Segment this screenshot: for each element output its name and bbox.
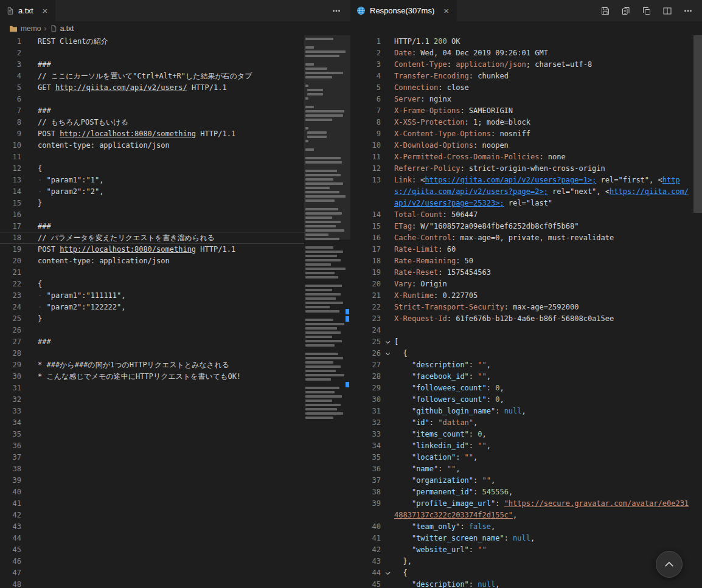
code-line[interactable]: 42 "website_url": "" — [350, 544, 702, 556]
code-line[interactable]: 2 — [0, 47, 304, 59]
code-line[interactable]: 24 — [350, 325, 702, 336]
tab-a-txt[interactable]: a.txt × — [0, 0, 55, 21]
link[interactable]: http://qiita.com/api/v2/users/ — [55, 83, 187, 92]
breadcrumb-folder[interactable]: memo — [21, 24, 41, 33]
code-line[interactable]: 27 "description": "", — [350, 359, 702, 371]
code-line[interactable]: 32 "id": "dattan", — [350, 417, 702, 429]
code-line[interactable]: 29 "followees_count": 0, — [350, 382, 702, 394]
code-line[interactable]: 45 — [0, 544, 304, 556]
code-line[interactable]: 14Total-Count: 506447 — [350, 209, 702, 221]
code-line[interactable]: 17### — [0, 221, 304, 232]
code-line[interactable]: 6 — [0, 94, 304, 105]
code-line[interactable]: 4Transfer-Encoding: chunked — [350, 71, 702, 82]
save-response-icon[interactable] — [599, 4, 612, 18]
link[interactable]: http://localhost:8080/something — [60, 245, 196, 254]
code-line[interactable]: 3### — [0, 59, 304, 71]
code-line[interactable]: 39 "profile_image_url": "https://secure.… — [350, 498, 702, 521]
code-line[interactable]: 22{ — [0, 278, 304, 290]
code-line[interactable]: 41 — [0, 498, 304, 510]
code-line[interactable]: 36 "name": "", — [350, 463, 702, 475]
code-line[interactable]: 19POST http://localhost:8080/something H… — [0, 244, 304, 255]
code-line[interactable]: 24· "param2":"122222", — [0, 302, 304, 313]
code-line[interactable]: 18// パラメータを変えたリクエストを書き溜められる — [0, 232, 304, 244]
fold-chevron-icon[interactable] — [381, 567, 394, 579]
code-line[interactable]: 6Server: nginx — [350, 94, 702, 105]
code-line[interactable]: 31 "github_login_name": null, — [350, 406, 702, 417]
close-tab-icon[interactable]: × — [442, 5, 451, 16]
code-line[interactable]: 23X-Request-Id: 61fe676b-b12b-4a6e-b86f-… — [350, 313, 702, 325]
link[interactable]: http://localhost:8080/something — [60, 130, 196, 138]
code-line[interactable]: 25} — [0, 313, 304, 325]
code-line[interactable]: 15} — [0, 198, 304, 209]
code-line[interactable]: 12{ — [0, 163, 304, 175]
code-line[interactable]: 37 "organization": "", — [350, 475, 702, 486]
code-line[interactable]: 13· "param1":"1", — [0, 175, 304, 186]
split-editor-icon[interactable] — [661, 4, 674, 18]
scrollbar[interactable] — [693, 35, 702, 588]
code-line[interactable]: 37 — [0, 452, 304, 463]
code-line[interactable]: 23· "param1":"111111", — [0, 290, 304, 302]
code-line[interactable]: 8// もちろんPOSTもいける — [0, 117, 304, 128]
code-line[interactable]: 33 "items_count": 0, — [350, 429, 702, 440]
code-line[interactable]: 5GET http://qiita.com/api/v2/users/ HTTP… — [0, 82, 304, 94]
code-line[interactable]: 15ETag: W/"1608572a09e84fbef6252db8cf0f5… — [350, 221, 702, 232]
code-line[interactable]: 28 "facebook_id": "", — [350, 371, 702, 382]
code-line[interactable]: 9POST http://localhost:8080/something HT… — [0, 128, 304, 140]
code-line[interactable]: 3Content-Type: application/json; charset… — [350, 59, 702, 71]
code-line[interactable]: 28 — [0, 348, 304, 359]
code-line[interactable]: 44 { — [350, 567, 702, 579]
left-editor[interactable]: 1REST Clientの紹介23###4// ここにカーソルを置いて"Ctrl… — [0, 35, 350, 588]
code-line[interactable]: 14· "param2":"2", — [0, 186, 304, 198]
code-line[interactable]: 20Vary: Origin — [350, 278, 702, 290]
code-line[interactable]: 18Rate-Remaining: 50 — [350, 255, 702, 267]
code-line[interactable]: 35 "location": "", — [350, 452, 702, 463]
code-line[interactable]: 40 — [0, 486, 304, 498]
code-line[interactable]: 26 — [0, 325, 304, 336]
code-line[interactable]: 41 "twitter_screen_name": null, — [350, 533, 702, 544]
code-line[interactable]: 9X-Content-Type-Options: nosniff — [350, 128, 702, 140]
code-line[interactable]: 13Link: <https://qiita.com/api/v2/users?… — [350, 175, 702, 209]
code-line[interactable]: 10content-type: application/json — [0, 140, 304, 151]
code-line[interactable]: 11X-Permitted-Cross-Domain-Policies: non… — [350, 151, 702, 163]
code-line[interactable]: 7X-Frame-Options: SAMEORIGIN — [350, 105, 702, 117]
code-line[interactable]: 46 — [0, 556, 304, 567]
copy-response-body-icon[interactable] — [640, 4, 653, 18]
fold-chevron-icon[interactable] — [381, 336, 394, 348]
response-editor[interactable]: 1HTTP/1.1 200 OK2Date: Wed, 04 Dec 2019 … — [350, 35, 702, 588]
code-line[interactable]: 29* ###から###の間が1つのHTTPリクエストとみなされる — [0, 359, 304, 371]
code-line[interactable]: 1HTTP/1.1 200 OK — [350, 36, 702, 47]
breadcrumb-file[interactable]: a.txt — [60, 24, 74, 33]
tab-response[interactable]: Response(307ms) × — [350, 0, 457, 21]
code-line[interactable]: 1REST Clientの紹介 — [0, 36, 304, 47]
code-line[interactable]: 43 }, — [350, 556, 702, 567]
code-line[interactable]: 42 — [0, 510, 304, 521]
code-line[interactable]: 21X-Runtime: 0.227705 — [350, 290, 702, 302]
code-line[interactable]: 27### — [0, 336, 304, 348]
save-response-body-icon[interactable] — [619, 4, 633, 18]
code-line[interactable]: 32 — [0, 394, 304, 406]
code-line[interactable]: 17Rate-Limit: 60 — [350, 244, 702, 255]
code-line[interactable]: 38 — [0, 463, 304, 475]
code-line[interactable]: 16 — [0, 209, 304, 221]
code-line[interactable]: 30 "followers_count": 0, — [350, 394, 702, 406]
code-line[interactable]: 36 — [0, 440, 304, 452]
code-line[interactable]: 12Referrer-Policy: strict-origin-when-cr… — [350, 163, 702, 175]
code-line[interactable]: 19Rate-Reset: 1575454563 — [350, 267, 702, 278]
code-line[interactable]: 8X-XSS-Protection: 1; mode=block — [350, 117, 702, 128]
code-line[interactable]: 34 — [0, 417, 304, 429]
scroll-to-top-button[interactable] — [656, 551, 683, 578]
minimap[interactable] — [304, 35, 350, 588]
code-line[interactable]: 10X-Download-Options: noopen — [350, 140, 702, 151]
code-line[interactable]: 2Date: Wed, 04 Dec 2019 09:26:01 GMT — [350, 47, 702, 59]
scrollbar-thumb[interactable] — [693, 35, 702, 213]
code-line[interactable]: 48 — [0, 579, 304, 588]
fold-chevron-icon[interactable] — [381, 348, 394, 359]
code-line[interactable]: 21 — [0, 267, 304, 278]
code-line[interactable]: 39 — [0, 475, 304, 486]
code-line[interactable]: 31 — [0, 382, 304, 394]
code-line[interactable]: 34 "linkedin_id": "", — [350, 440, 702, 452]
code-line[interactable]: 25[ — [350, 336, 702, 348]
code-line[interactable]: 44 — [0, 533, 304, 544]
code-line[interactable]: 35 — [0, 429, 304, 440]
code-line[interactable]: 5Connection: close — [350, 82, 702, 94]
